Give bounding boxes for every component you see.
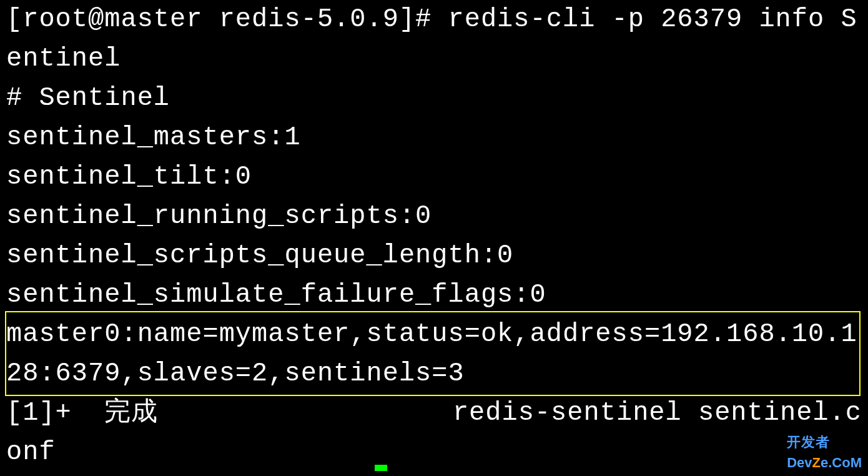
master0-info-line: master0:name=mymaster,status=ok,address=…	[6, 315, 862, 394]
watermark-logo: 开发者 DevZe.CoM	[787, 432, 862, 473]
watermark-top-text: 开发者	[787, 432, 862, 452]
terminal-window[interactable]: [root@master redis-5.0.9]# redis-cli -p …	[0, 0, 868, 472]
job-done-line: [1]+ 完成 redis-sentinel sentinel.conf	[6, 394, 862, 472]
sentinel-scripts-queue-length-line: sentinel_scripts_queue_length:0	[6, 236, 862, 275]
command-prompt-line: [root@master redis-5.0.9]# redis-cli -p …	[6, 0, 862, 79]
sentinel-tilt-line: sentinel_tilt:0	[6, 157, 862, 197]
terminal-cursor	[375, 465, 387, 471]
sentinel-masters-line: sentinel_masters:1	[6, 118, 862, 157]
sentinel-running-scripts-line: sentinel_running_scripts:0	[6, 197, 862, 236]
watermark-bottom-text: DevZe.CoM	[787, 452, 862, 473]
section-header: # Sentinel	[6, 79, 862, 118]
sentinel-simulate-failure-flags-line: sentinel_simulate_failure_flags:0	[6, 275, 862, 315]
